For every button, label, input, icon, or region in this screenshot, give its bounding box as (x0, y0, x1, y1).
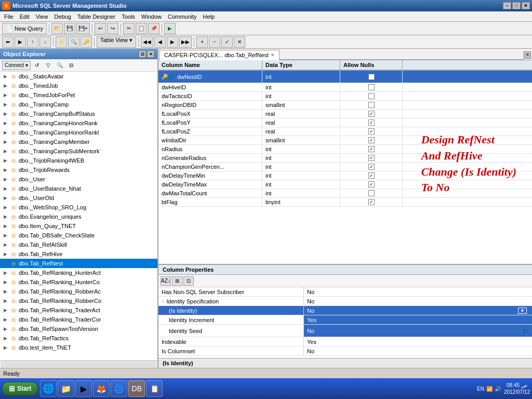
col-type-cell[interactable]: int (262, 145, 340, 153)
prop-value[interactable]: No (304, 297, 532, 305)
tb-btn-14[interactable]: ✓ (221, 36, 233, 48)
col-null-cell[interactable] (340, 198, 403, 206)
expand-icon[interactable]: ▶ (1, 325, 9, 333)
undo-button[interactable]: ↩ (95, 23, 106, 34)
table-row[interactable]: fLocalPosZ real (158, 127, 532, 136)
taskbar-firefox-icon[interactable]: 🦊 (93, 380, 110, 397)
allow-null-checkbox[interactable] (368, 172, 375, 179)
taskbar-app-icon[interactable]: 📋 (146, 380, 163, 397)
tree-item-TabRefRanking2[interactable]: ▶ ⊞ dbo.Tab_RefRanking_HunterCo (0, 277, 157, 287)
taskbar-chrome-icon[interactable]: 🌀 (111, 380, 127, 397)
allow-null-checkbox[interactable] (368, 102, 375, 108)
tb-btn-8[interactable]: ◀◀ (141, 36, 153, 48)
table-row[interactable]: dwTacticsID int (158, 92, 532, 101)
close-button[interactable]: ✕ (522, 2, 530, 9)
col-null-cell[interactable] (340, 101, 403, 109)
tree-item-TabRefHive[interactable]: ▶ ⊞ dbo.Tab_RefHive (0, 249, 157, 259)
tree-item-TabRefRanking4[interactable]: ▶ ⊞ dbo.Tab_RefRanking_RobberCo (0, 296, 157, 305)
col-name-cell[interactable]: fLocalPosY (158, 118, 262, 127)
menu-window[interactable]: Window (138, 12, 165, 21)
prop-btn-3[interactable]: ⊡ (183, 276, 194, 286)
table-row[interactable]: dwHiveID int (158, 83, 532, 92)
col-null-cell[interactable] (340, 127, 403, 136)
table-row[interactable]: nRadius int (158, 145, 532, 154)
expand-icon[interactable]: ▶ (1, 100, 9, 109)
tree-item-TimedJob[interactable]: ▶ ⊞ dbo._TimedJob (0, 81, 157, 90)
tree-item-TrijobRewards[interactable]: ▶ ⊞ dbo._TrijobRewards (0, 165, 157, 175)
tree-item-ItemQuay[interactable]: ▶ ⊞ dbo.Item_Quay_TNET (0, 221, 157, 231)
tree-item-TabRefTactics[interactable]: ▶ ⊞ dbo.Tab_RefTactics (0, 334, 157, 343)
expand-icon[interactable]: ▶ (1, 315, 9, 324)
tree-item-TabRefSpawn[interactable]: ▶ ⊞ dbo.Tab_RefSpawnToolVersion (0, 324, 157, 334)
tree-item-TabRefRanking1[interactable]: ▶ ⊞ dbo.Tab_RefRanking_HunterAct (0, 268, 157, 277)
expand-icon[interactable]: ▶ (1, 212, 9, 221)
allow-null-checkbox[interactable] (368, 155, 375, 161)
tb-btn-3[interactable]: ↑ (27, 36, 38, 48)
prop-row-identity-seed[interactable]: Identity Seed No ▶ (158, 325, 532, 337)
expand-icon[interactable]: ▶ (1, 110, 9, 118)
table-row[interactable]: nChampionGenPercen... int (158, 163, 532, 171)
col-null-cell[interactable] (340, 136, 403, 144)
expand-icon[interactable]: ▶ (1, 156, 9, 165)
tree-item-UserOld[interactable]: ▶ ⊞ dbo._UserOld (0, 193, 157, 203)
expand-icon[interactable]: ▶ (1, 72, 9, 81)
filter-button[interactable]: ▽ (43, 61, 54, 70)
prop-row-is-identity[interactable]: (Is Identity) No ▼ (158, 306, 532, 315)
copy-button[interactable]: 📋 (136, 23, 147, 34)
col-null-cell[interactable] (340, 110, 403, 118)
float-button[interactable]: ⊡ (139, 50, 146, 58)
tree-item-TabRefRanking3[interactable]: ▶ ⊞ dbo.Tab_RefRanking_RobberAc (0, 287, 157, 296)
col-null-cell[interactable] (340, 83, 403, 91)
tab-close-icon[interactable]: ✕ (271, 52, 275, 58)
tree-item-WebShop[interactable]: ▶ ⊞ dbo._WebShop_SRO_Log (0, 203, 157, 212)
col-name-cell[interactable]: dwDelayTimeMax (158, 180, 262, 189)
expand-icon[interactable]: ▶ (1, 269, 9, 277)
close-right-panel[interactable]: ✕ (524, 51, 531, 59)
collapse-button[interactable]: ⊟ (66, 61, 76, 70)
taskbar-explorer-icon[interactable]: 📁 (58, 380, 74, 397)
expand-icon[interactable]: ▶ (1, 250, 9, 258)
table-view-button[interactable]: Table View ▾ (97, 36, 136, 48)
prop-value[interactable]: No ▶ (304, 325, 532, 337)
maximize-button[interactable]: □ (512, 2, 521, 9)
taskbar-sql-icon[interactable]: DB (128, 380, 145, 397)
redo-button[interactable]: ↪ (107, 23, 118, 34)
allow-null-checkbox[interactable] (368, 74, 375, 80)
col-name-cell[interactable]: dwHiveID (158, 83, 262, 91)
expand-icon[interactable]: ▶ (1, 166, 9, 174)
col-name-cell[interactable]: fLocalPosZ (158, 127, 262, 136)
expand-icon[interactable]: ▶ (1, 334, 9, 342)
menu-tools[interactable]: Tools (118, 12, 138, 21)
execute-button[interactable]: ▶ (164, 23, 176, 34)
tree-item-TabRefAISkill[interactable]: ▶ ⊞ dbo.Tab_RefAISkill (0, 240, 157, 249)
table-row[interactable]: fLocalPosX real (158, 110, 532, 118)
object-tree[interactable]: ▶ ⊞ dbo._StaticAvatar ▶ ⊞ dbo._TimedJob … (0, 72, 157, 361)
table-row[interactable]: fLocalPosY real (158, 118, 532, 127)
col-type-cell[interactable]: int (262, 83, 340, 91)
expand-icon[interactable]: ▶ (1, 278, 9, 286)
col-type-cell[interactable]: int (262, 92, 340, 100)
expand-icon[interactable]: ▶ (1, 241, 9, 249)
prop-value[interactable]: Yes (304, 337, 532, 346)
col-name-cell[interactable]: dwDelayTimeMin (158, 171, 262, 180)
allow-null-checkbox[interactable] (368, 93, 375, 99)
start-button[interactable]: ⊞ Start (2, 382, 38, 395)
prop-value[interactable]: No ▼ (304, 306, 532, 315)
open-button[interactable]: 📂 (51, 23, 63, 34)
new-query-button[interactable]: 📄 New Query (2, 23, 47, 34)
prop-row-indexable[interactable]: Indexable Yes (158, 337, 532, 347)
expand-icon[interactable]: ▶ (1, 147, 9, 155)
tb-btn-10[interactable]: ▶ (167, 36, 178, 48)
paste-button[interactable]: 📌 (148, 23, 159, 34)
menu-file[interactable]: File (1, 12, 17, 21)
expand-icon[interactable]: ▶ (1, 231, 9, 240)
save-all-button[interactable]: 💾+ (76, 23, 90, 34)
categorize-button[interactable]: ⊞ (172, 276, 182, 286)
tree-item-Evangelion[interactable]: ▶ ⊞ dbo.Evangelion_uniques (0, 212, 157, 221)
prop-value[interactable]: Yes (304, 315, 532, 324)
prop-row-has-non-sql[interactable]: Has Non-SQL Server Subscriber No (158, 287, 532, 297)
tree-item-TabRefNest[interactable]: ▶ ⊞ dbo.Tab_RefNest (0, 259, 157, 268)
expand-icon[interactable]: ▶ (1, 175, 9, 183)
tab-refnest[interactable]: CASPER-PC\SQLEX... dbo.Tab_RefNest ✕ (159, 50, 280, 60)
col-null-cell[interactable] (340, 92, 403, 100)
